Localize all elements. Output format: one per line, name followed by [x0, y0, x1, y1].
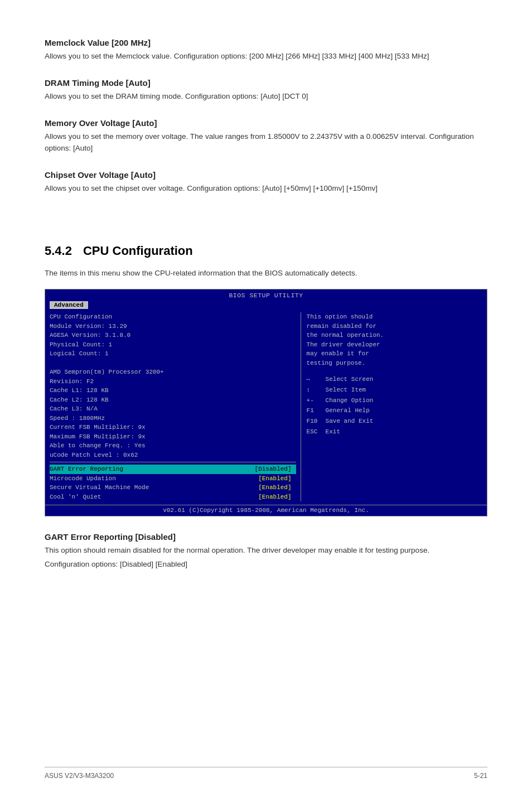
chipset-voltage-heading: Chipset Over Voltage [Auto]: [45, 170, 487, 180]
bios-nav-desc: Save and Exit: [326, 416, 374, 427]
dram-heading: DRAM Timing Mode [Auto]: [45, 78, 487, 88]
bios-option-row[interactable]: GART Error Reporting[Disabled]: [50, 465, 296, 474]
bios-right-panel: This option shouldremain disabled forthe…: [301, 312, 482, 501]
chapter-title: CPU Configuration: [83, 244, 193, 258]
bios-help-line: the normal operation.: [307, 331, 482, 340]
bios-option-row[interactable]: Microcode Updation[Enabled]: [50, 474, 296, 484]
bios-option-label: Microcode Updation: [50, 474, 116, 484]
bios-option-value: [Disabled]: [255, 465, 292, 474]
bios-nav-key: F1: [307, 405, 322, 416]
bios-line: Current FSB Multiplier: 9x: [50, 423, 296, 432]
bios-option-value: [Enabled]: [258, 483, 291, 492]
chipset-voltage-body: Allows you to set the chipset over volta…: [45, 183, 487, 195]
bios-nav-key: F10: [307, 416, 322, 427]
bios-line: Maximum FSB Multiplier: 9x: [50, 432, 296, 442]
bios-option-label: GART Error Reporting: [50, 465, 123, 474]
bios-line: Revision: F2: [50, 377, 296, 386]
bios-nav-key: ↕: [307, 385, 322, 395]
bios-line: Cache L1: 128 KB: [50, 386, 296, 395]
bios-line: Cache L2: 128 KB: [50, 395, 296, 405]
memory-voltage-heading: Memory Over Voltage [Auto]: [45, 118, 487, 128]
bios-footer: v02.61 (C)Copyright 1985-2008, American …: [45, 505, 487, 516]
footer-right: 5-21: [474, 772, 487, 780]
bios-nav-desc: Select Item: [326, 385, 366, 395]
bios-content: CPU ConfigurationModule Version: 13.29AG…: [45, 309, 487, 505]
bios-option-value: [Enabled]: [258, 492, 291, 502]
bios-line: Module Version: 13.29: [50, 322, 296, 331]
gart-heading: GART Error Reporting [Disabled]: [45, 532, 487, 542]
chapter-intro: The items in this menu show the CPU-rela…: [45, 267, 487, 279]
dram-section: DRAM Timing Mode [Auto] Allows you to se…: [45, 78, 487, 103]
dram-body: Allows you to set the DRAM timing mode. …: [45, 91, 487, 103]
memclock-heading: Memclock Value [200 MHz]: [45, 38, 487, 47]
bios-option-value: [Enabled]: [258, 474, 291, 484]
bios-help-line: may enable it for: [307, 349, 482, 359]
bios-help-line: This option should: [307, 312, 482, 322]
chapter-heading-container: 5.4.2 CPU Configuration: [45, 217, 487, 267]
memclock-body: Allows you to set the Memclock value. Co…: [45, 51, 487, 62]
chipset-voltage-section: Chipset Over Voltage [Auto] Allows you t…: [45, 170, 487, 195]
bios-nav-desc: Select Screen: [326, 374, 374, 385]
bios-option-label: Cool 'n' Quiet: [50, 492, 101, 502]
bios-left-options: GART Error Reporting[Disabled]Microcode …: [50, 465, 296, 501]
memclock-section: Memclock Value [200 MHz] Allows you to s…: [45, 38, 487, 62]
bios-line: Physical Count: 1: [50, 340, 296, 350]
bios-screenshot: BIOS SETUP UTILITY Advanced CPU Configur…: [45, 289, 487, 516]
bios-help-line: remain disabled for: [307, 322, 482, 331]
gart-section: GART Error Reporting [Disabled] This opt…: [45, 532, 487, 571]
memory-voltage-body: Allows you to set the memory over voltag…: [45, 131, 487, 154]
bios-line: AGESA Version: 3.1.8.0: [50, 331, 296, 340]
bios-nav-key: ESC: [307, 427, 322, 437]
bios-line: Cache L3: N/A: [50, 404, 296, 414]
bios-option-label: Secure Virtual Machine Mode: [50, 483, 149, 492]
bios-nav-item: ↕Select Item: [307, 385, 482, 395]
memory-voltage-section: Memory Over Voltage [Auto] Allows you to…: [45, 118, 487, 154]
bios-line: Speed : 1800MHz: [50, 414, 296, 423]
bios-nav-key: +-: [307, 395, 322, 406]
bios-nav: ↔Select Screen↕Select Item+-Change Optio…: [307, 374, 482, 437]
bios-nav-item: F1General Help: [307, 405, 482, 416]
bios-tab-advanced[interactable]: Advanced: [50, 301, 88, 309]
bios-line: Able to change Freq. : Yes: [50, 441, 296, 451]
bios-nav-desc: Change Option: [326, 395, 374, 406]
bios-help-line: The driver developer: [307, 340, 482, 350]
chapter-number: 5.4.2: [45, 244, 72, 258]
bios-option-row[interactable]: Secure Virtual Machine Mode[Enabled]: [50, 483, 296, 492]
bios-nav-item: F10Save and Exit: [307, 416, 482, 427]
bios-right-help: This option shouldremain disabled forthe…: [307, 312, 482, 368]
bios-line: uCode Patch Level : 0x62: [50, 451, 296, 460]
bios-line: AMD Sempron(tm) Processor 3200+: [50, 368, 296, 377]
bios-title: BIOS SETUP UTILITY: [45, 289, 487, 300]
bios-tabs: Advanced: [45, 300, 487, 309]
bios-nav-item: ESCExit: [307, 427, 482, 437]
bios-option-row[interactable]: Cool 'n' Quiet[Enabled]: [50, 492, 296, 502]
footer-left: ASUS V2/V3-M3A3200: [45, 772, 114, 780]
pre-sections: Memclock Value [200 MHz] Allows you to s…: [45, 38, 487, 195]
bios-line: Logical Count: 1: [50, 349, 296, 359]
bios-nav-item: ↔Select Screen: [307, 374, 482, 385]
bios-nav-key: ↔: [307, 374, 322, 385]
bios-line: [50, 359, 296, 368]
bios-left-panel: CPU ConfigurationModule Version: 13.29AG…: [50, 312, 296, 501]
gart-body2: Configuration options: [Disabled] [Enabl…: [45, 559, 487, 571]
bios-line: CPU Configuration: [50, 312, 296, 322]
page-footer: ASUS V2/V3-M3A3200 5-21: [45, 767, 487, 780]
bios-help-line: testing purpose.: [307, 359, 482, 368]
bios-nav-desc: Exit: [326, 427, 340, 437]
gart-body1: This option should remain disabled for t…: [45, 545, 487, 557]
bios-nav-item: +-Change Option: [307, 395, 482, 406]
bios-left-lines: CPU ConfigurationModule Version: 13.29AG…: [50, 312, 296, 460]
bios-nav-desc: General Help: [326, 405, 370, 416]
